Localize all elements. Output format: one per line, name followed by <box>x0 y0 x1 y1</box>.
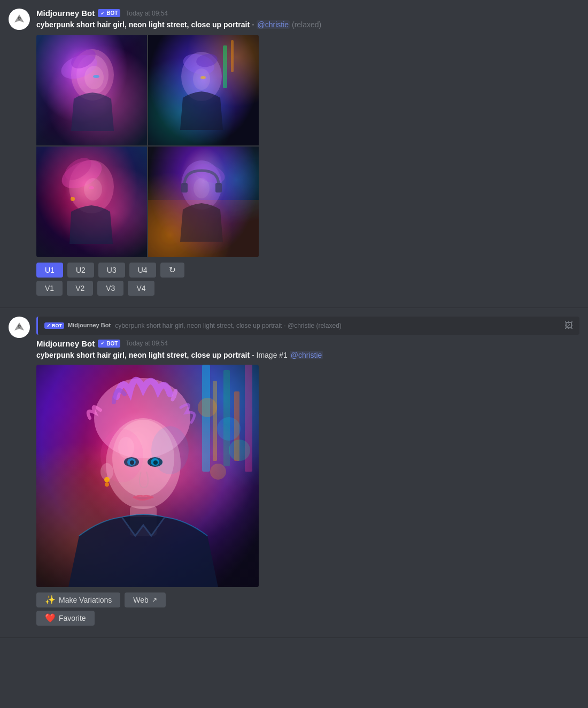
single-image[interactable] <box>36 365 259 587</box>
svg-point-24 <box>194 178 210 198</box>
sparkles-icon: ✨ <box>45 596 56 604</box>
bot-badge-1: ✓ BOT <box>98 9 120 17</box>
bot-badge-2: ✓ BOT <box>98 340 120 348</box>
button-refresh[interactable]: ↺ <box>160 263 184 278</box>
prompt-strong-1: cyberpunk short hair girl, neon light st… <box>36 20 250 29</box>
svg-point-33 <box>217 417 241 441</box>
svg-point-52 <box>151 426 189 474</box>
grid-image-3[interactable] <box>36 147 147 257</box>
svg-point-17 <box>84 178 102 201</box>
button-V1[interactable]: V1 <box>36 281 63 296</box>
avatar-1 <box>9 9 30 30</box>
svg-point-11 <box>200 76 206 79</box>
header-row-1: Midjourney Bot ✓ BOT Today at 09:54 <box>36 9 579 18</box>
button-V4[interactable]: V4 <box>128 281 154 296</box>
favorite-button-row: ❤️ Favorite <box>36 611 579 626</box>
grid-image-1[interactable] <box>36 35 147 145</box>
message-group-1: Midjourney Bot ✓ BOT Today at 09:54 cybe… <box>0 0 588 308</box>
prompt-strong-2: cyberpunk short hair girl, neon light st… <box>36 351 250 359</box>
svg-point-19 <box>89 186 94 189</box>
button-U2[interactable]: U2 <box>67 263 94 278</box>
timestamp-1: Today at 09:54 <box>126 10 168 17</box>
svg-point-53 <box>118 437 134 458</box>
username-2: Midjourney Bot <box>36 339 95 348</box>
grid-image-2[interactable] <box>148 35 259 145</box>
heart-icon: ❤️ <box>45 614 56 622</box>
svg-point-6 <box>93 75 99 78</box>
svg-point-10 <box>193 68 210 90</box>
reference-bar: ✓ BOT Midjourney Bot cyberpunk short hai… <box>36 317 579 335</box>
button-U3[interactable]: U3 <box>98 263 125 278</box>
mention-2: @christie <box>290 351 323 359</box>
message-row-1: Midjourney Bot ✓ BOT Today at 09:54 cybe… <box>9 9 579 299</box>
reference-text: cyberpunk short hair girl, neon light st… <box>115 322 560 329</box>
ref-bot-badge: ✓ BOT <box>44 322 64 329</box>
svg-point-34 <box>210 464 226 480</box>
avatar-2 <box>9 317 30 338</box>
buttons-row-2: V1 V2 V3 V4 <box>36 281 579 296</box>
message-text-2: cyberpunk short hair girl, neon light st… <box>36 350 579 361</box>
svg-point-49 <box>104 477 110 482</box>
mention-1: @christie <box>257 20 290 29</box>
action-buttons-row: ✨ Make Variations Web ↗ <box>36 592 579 607</box>
web-button[interactable]: Web ↗ <box>125 592 166 607</box>
external-link-icon: ↗ <box>152 597 157 603</box>
header-row-2: Midjourney Bot ✓ BOT Today at 09:54 <box>36 339 579 348</box>
svg-rect-28 <box>213 381 217 461</box>
image-grid-1[interactable] <box>36 35 259 257</box>
refresh-icon: ↺ <box>169 266 176 274</box>
message-text-1: cyberpunk short hair girl, neon light st… <box>36 20 579 30</box>
buttons-row-1: U1 U2 U3 U4 ↺ <box>36 263 579 278</box>
button-V2[interactable]: V2 <box>67 281 93 296</box>
button-U1[interactable]: U1 <box>36 263 63 278</box>
reference-image-icon: 🖼 <box>564 321 573 330</box>
make-variations-button[interactable]: ✨ Make Variations <box>36 592 120 607</box>
favorite-button[interactable]: ❤️ Favorite <box>36 611 95 626</box>
svg-rect-22 <box>181 183 188 193</box>
svg-point-18 <box>71 197 75 201</box>
message-row-2: ✓ BOT Midjourney Bot cyberpunk short hai… <box>9 317 579 629</box>
button-U4[interactable]: U4 <box>129 263 156 278</box>
svg-point-0 <box>18 17 20 19</box>
svg-point-35 <box>229 440 250 461</box>
svg-rect-25 <box>148 200 259 257</box>
svg-rect-27 <box>202 365 210 472</box>
grid-image-4[interactable] <box>148 147 259 257</box>
message-body-2: ✓ BOT Midjourney Bot cyberpunk short hai… <box>36 317 579 629</box>
button-V3[interactable]: V3 <box>97 281 123 296</box>
svg-rect-12 <box>223 45 227 88</box>
svg-point-26 <box>18 325 20 327</box>
username-1: Midjourney Bot <box>36 9 95 18</box>
svg-rect-23 <box>215 183 222 193</box>
message-group-2: ✓ BOT Midjourney Bot cyberpunk short hai… <box>0 308 588 638</box>
svg-point-32 <box>198 398 217 417</box>
message-body-1: Midjourney Bot ✓ BOT Today at 09:54 cybe… <box>36 9 579 299</box>
svg-point-50 <box>105 482 109 487</box>
svg-rect-13 <box>231 40 234 72</box>
timestamp-2: Today at 09:54 <box>126 340 168 347</box>
relaxed-1: (relaxed) <box>292 20 321 29</box>
